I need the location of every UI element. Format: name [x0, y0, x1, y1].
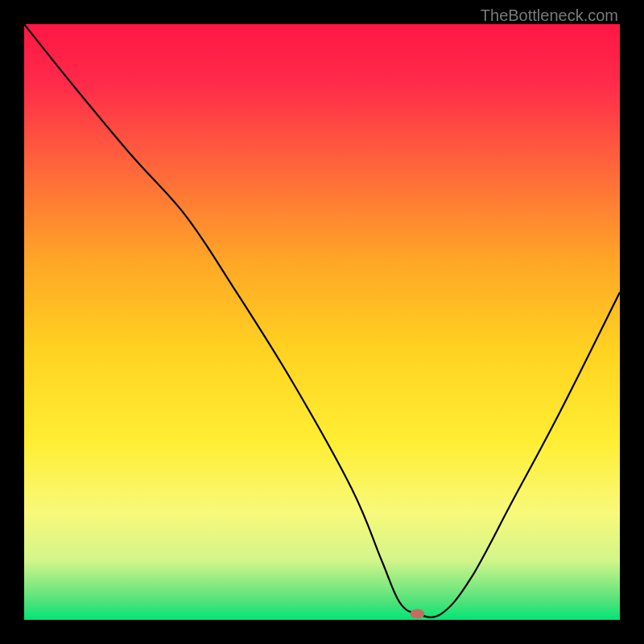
chart-plot-area: [24, 24, 620, 620]
bottleneck-chart: [24, 24, 620, 620]
watermark-text: TheBottleneck.com: [481, 6, 618, 25]
gradient-background: [24, 24, 620, 620]
optimal-point-marker: [410, 609, 424, 619]
